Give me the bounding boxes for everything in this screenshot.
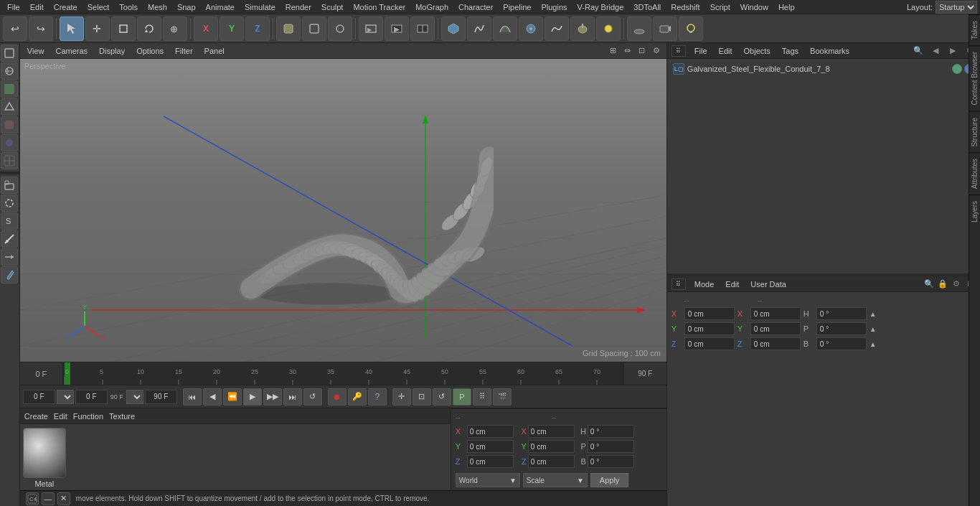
- layout-dropdown[interactable]: Startup: [936, 1, 977, 14]
- mode-model-button[interactable]: [1, 44, 18, 62]
- edge-cut-button[interactable]: [1, 230, 18, 248]
- end-frame-input[interactable]: [145, 390, 177, 404]
- prev-frame-button[interactable]: ◀: [203, 388, 222, 406]
- slide-button[interactable]: [1, 248, 18, 266]
- scale-tool-button[interactable]: [111, 17, 136, 41]
- viewport-icon-maximize[interactable]: ⊞: [608, 45, 619, 57]
- current-frame-input[interactable]: [75, 390, 108, 404]
- menu-help[interactable]: Help: [774, 0, 799, 14]
- viewport-icon-settings[interactable]: ⚙: [651, 45, 662, 57]
- render-to-po-button[interactable]: [410, 17, 435, 41]
- generator-button[interactable]: [519, 17, 543, 41]
- all-keys-button[interactable]: ⠿: [473, 388, 491, 406]
- camera-button[interactable]: [653, 17, 677, 41]
- viewport-canvas[interactable]: X Y Z Perspective Grid Spacing : 100 cm: [20, 59, 666, 362]
- far-tab-attributes[interactable]: Attributes: [969, 152, 980, 195]
- mode-texture-button[interactable]: [1, 62, 18, 80]
- viewport-menu-display[interactable]: Display: [96, 47, 128, 55]
- mode-bp-button[interactable]: [1, 134, 18, 151]
- attr-p-input[interactable]: [816, 322, 867, 335]
- viewport-menu-view[interactable]: View: [24, 47, 47, 55]
- obj-search-icon[interactable]: 🔍: [913, 45, 924, 57]
- object-points-button[interactable]: [1, 177, 18, 194]
- menu-snap[interactable]: Snap: [173, 0, 200, 14]
- pos-key-button[interactable]: P: [453, 388, 471, 406]
- object-item-conduit[interactable]: L◻ Galvanized_Steel_Flexible_Conduit_7_8: [670, 62, 977, 76]
- object-dot-green[interactable]: [952, 64, 962, 74]
- coord-z1-input[interactable]: [467, 455, 514, 468]
- go-to-end-button[interactable]: ⏭: [283, 388, 302, 406]
- menu-pipeline[interactable]: Pipeline: [499, 0, 535, 14]
- viewport-icon-arrows[interactable]: ⇔: [622, 45, 633, 57]
- coord-y1-input[interactable]: [467, 440, 514, 453]
- menu-edit[interactable]: Edit: [26, 0, 48, 14]
- menu-create[interactable]: Create: [50, 0, 82, 14]
- timeline[interactable]: 0 F 0 5 10 15 20: [20, 362, 666, 385]
- coord-y2-input[interactable]: [528, 440, 575, 453]
- mat-tab-texture[interactable]: Texture: [109, 412, 135, 421]
- menu-animate[interactable]: Animate: [202, 0, 239, 14]
- viewport-icon-lock[interactable]: ⊡: [636, 45, 648, 57]
- transform-tool-button[interactable]: ⊕: [163, 17, 187, 41]
- z-axis-button[interactable]: Z: [245, 17, 270, 41]
- coord-p-input[interactable]: [588, 440, 634, 453]
- menu-window[interactable]: Window: [736, 0, 773, 14]
- coord-z2-input[interactable]: [528, 455, 575, 468]
- motion-clip-button[interactable]: 🎬: [493, 388, 512, 406]
- record-button[interactable]: ⏺: [328, 388, 347, 406]
- coord-b-input[interactable]: [588, 455, 634, 468]
- menu-plugins[interactable]: Plugins: [537, 0, 571, 14]
- viewport-menu-options[interactable]: Options: [133, 47, 166, 55]
- status-icon-close[interactable]: ✕: [57, 492, 70, 505]
- coord-h-input[interactable]: [588, 425, 634, 438]
- spline-tool-button[interactable]: [467, 17, 491, 41]
- mode-axis-button[interactable]: [1, 80, 18, 98]
- menu-vray[interactable]: V-Ray Bridge: [573, 0, 628, 14]
- viewport-menu-filter[interactable]: Filter: [172, 47, 195, 55]
- nurbs-button[interactable]: [493, 17, 517, 41]
- autokey-button[interactable]: 🔑: [348, 388, 367, 406]
- menu-simulate[interactable]: Simulate: [240, 0, 280, 14]
- attr-b-arrow[interactable]: ▲: [870, 340, 877, 348]
- mat-tab-edit[interactable]: Edit: [54, 412, 67, 421]
- render-active-view-button[interactable]: ▶: [385, 17, 409, 41]
- obj-tab-objects[interactable]: Objects: [741, 47, 773, 55]
- mat-tab-function[interactable]: Function: [73, 412, 103, 421]
- attr-h-arrow[interactable]: ▲: [870, 310, 877, 318]
- mode-uv-button[interactable]: [1, 152, 18, 169]
- attr-y1-input[interactable]: [684, 322, 735, 335]
- far-tab-structure[interactable]: Structure: [969, 111, 980, 153]
- viewport-menu-cameras[interactable]: Cameras: [52, 47, 90, 55]
- menu-render[interactable]: Render: [281, 0, 316, 14]
- mat-tab-create[interactable]: Create: [24, 412, 48, 421]
- redo-button[interactable]: ↪: [29, 17, 53, 41]
- world-dropdown[interactable]: World ▼: [456, 473, 520, 487]
- far-tab-content-browser[interactable]: Content Browser: [969, 45, 980, 111]
- cube-view-button[interactable]: [441, 17, 466, 41]
- attr-lock-icon[interactable]: 🔒: [937, 278, 948, 290]
- menu-script[interactable]: Script: [706, 0, 735, 14]
- select-tool-button[interactable]: [60, 17, 84, 41]
- live-selection-button[interactable]: [1, 195, 18, 212]
- menu-select[interactable]: Select: [83, 0, 114, 14]
- scale-dropdown[interactable]: Scale ▼: [523, 473, 588, 487]
- attr-h-input[interactable]: [816, 307, 867, 320]
- go-to-start-button[interactable]: ⏮: [183, 388, 202, 406]
- render-region-button[interactable]: ▶: [359, 17, 383, 41]
- bulb-button[interactable]: [679, 17, 703, 41]
- attr-z1-input[interactable]: [684, 337, 735, 350]
- status-icon-cinema[interactable]: C4: [26, 492, 39, 505]
- floor-button[interactable]: [627, 17, 651, 41]
- menu-motion-tracker[interactable]: Motion Tracker: [349, 0, 410, 14]
- polygon-mode-button[interactable]: [302, 17, 326, 41]
- menu-sculpt[interactable]: Sculpt: [317, 0, 348, 14]
- attr-settings-icon[interactable]: ⚙: [951, 278, 962, 290]
- light-button[interactable]: [596, 17, 621, 41]
- attr-search-icon[interactable]: 🔍: [923, 278, 935, 290]
- deformer-button[interactable]: [545, 17, 569, 41]
- menu-redshift[interactable]: Redshift: [666, 0, 704, 14]
- move-key-button[interactable]: ✛: [392, 388, 411, 406]
- object-mode-button[interactable]: [276, 17, 301, 41]
- menu-file[interactable]: File: [3, 0, 24, 14]
- obj-tab-file[interactable]: File: [692, 47, 710, 55]
